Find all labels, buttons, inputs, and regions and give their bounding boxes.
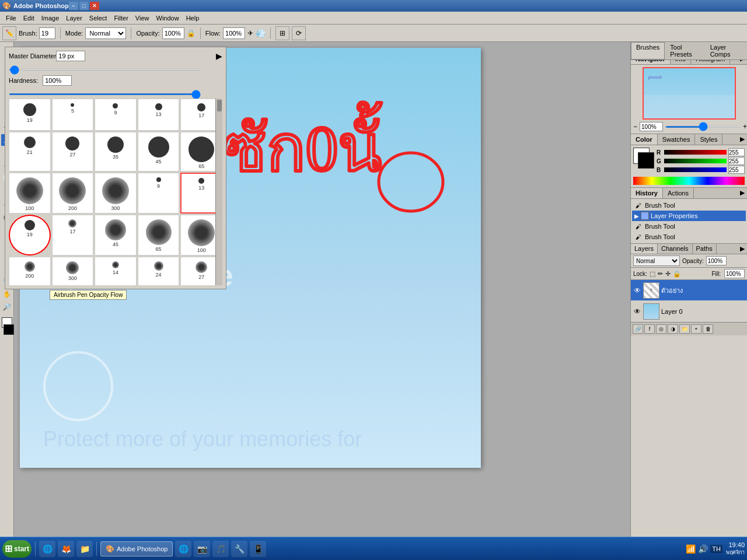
- brush-cell-18[interactable]: 65: [138, 215, 180, 256]
- opacity-input[interactable]: [162, 27, 184, 39]
- canvas-rotate-icon[interactable]: ⟳: [292, 26, 306, 40]
- color-options-arrow[interactable]: ▶: [738, 134, 747, 145]
- layer-style-btn[interactable]: f: [644, 324, 655, 334]
- brush-cell-23[interactable]: 24: [138, 257, 180, 285]
- taskbar-clock[interactable]: 19:40 พฤศจิกา: [726, 541, 745, 556]
- start-button[interactable]: ⊞ start: [2, 540, 32, 558]
- menu-file[interactable]: File: [2, 13, 20, 23]
- new-group-btn[interactable]: 📁: [679, 324, 690, 334]
- menu-edit[interactable]: Edit: [20, 13, 38, 23]
- zoom-out-icon[interactable]: −: [633, 123, 637, 131]
- tab-history[interactable]: History: [631, 188, 663, 198]
- hand-tool[interactable]: ✋: [1, 288, 13, 300]
- b-value-input[interactable]: [728, 166, 745, 174]
- r-value-input[interactable]: [728, 148, 745, 156]
- brush-cell-17[interactable]: 45: [95, 215, 137, 256]
- tab-layer-comps[interactable]: Layer Comps: [705, 42, 747, 60]
- hardness-input[interactable]: [43, 75, 72, 86]
- brush-cell-7[interactable]: 35: [95, 132, 137, 172]
- brush-scrollbar-thumb[interactable]: [217, 100, 222, 111]
- tab-color[interactable]: Color: [631, 134, 658, 145]
- lock-position-icon[interactable]: ✛: [665, 270, 671, 278]
- menu-image[interactable]: Image: [38, 13, 63, 23]
- tab-brushes[interactable]: Brushes: [631, 42, 665, 60]
- tray-network-icon[interactable]: 📶: [686, 544, 696, 554]
- taskbar-icon-4[interactable]: 🎵: [212, 541, 229, 557]
- brush-cell-11[interactable]: 200: [52, 173, 94, 214]
- taskbar-ie-icon[interactable]: 🌐: [39, 541, 55, 557]
- new-layer-btn[interactable]: +: [691, 324, 701, 334]
- taskbar-browser-icon[interactable]: 🦊: [58, 541, 74, 557]
- lock-all-icon[interactable]: 🔒: [673, 270, 681, 278]
- brush-cell-0[interactable]: 19: [9, 99, 51, 131]
- add-mask-btn[interactable]: ◎: [656, 324, 666, 334]
- brush-cell-8[interactable]: 45: [138, 132, 180, 172]
- canvas-size-icon[interactable]: ⊞: [275, 26, 289, 40]
- taskbar-folder-icon[interactable]: 📁: [76, 541, 93, 557]
- history-item-3[interactable]: 🖌 Brush Tool: [632, 221, 746, 232]
- taskbar-icon-3[interactable]: 📷: [194, 541, 210, 557]
- brush-tool-icon[interactable]: ✏️: [2, 26, 16, 40]
- background-color[interactable]: [4, 324, 14, 335]
- brush-cell-2[interactable]: 9: [95, 99, 137, 131]
- g-value-input[interactable]: [728, 157, 745, 165]
- brush-cell-15[interactable]: 19: [9, 215, 51, 256]
- zoom-tool[interactable]: 🔎: [1, 301, 13, 313]
- menu-view[interactable]: View: [132, 13, 153, 23]
- history-item-2[interactable]: ▶ Layer Properties: [632, 211, 746, 221]
- tray-volume-icon[interactable]: 🔊: [698, 544, 708, 554]
- hardness-slider[interactable]: [9, 93, 201, 95]
- fill-value-input[interactable]: [724, 269, 745, 278]
- brush-cell-5[interactable]: 21: [9, 132, 51, 172]
- menu-help[interactable]: Help: [183, 13, 203, 23]
- history-options-arrow[interactable]: ▶: [738, 188, 747, 198]
- zoom-in-icon[interactable]: +: [743, 123, 747, 131]
- minimize-button[interactable]: −: [69, 2, 78, 10]
- opacity-value-input[interactable]: [706, 256, 727, 265]
- menu-layer[interactable]: Layer: [62, 13, 86, 23]
- brush-cell-16[interactable]: 17: [52, 215, 94, 256]
- taskbar-icon-5[interactable]: 🔧: [231, 541, 247, 557]
- zoom-slider[interactable]: [665, 126, 741, 128]
- taskbar-photoshop-item[interactable]: 🎨 Adobe Photoshop: [100, 541, 173, 556]
- tab-paths[interactable]: Paths: [693, 244, 717, 254]
- close-button[interactable]: ✕: [90, 2, 99, 10]
- maximize-button[interactable]: □: [79, 2, 89, 10]
- mode-select[interactable]: Normal: [85, 27, 126, 39]
- brush-cell-1[interactable]: 5: [52, 99, 94, 131]
- lock-transparent-icon[interactable]: ⬚: [650, 270, 655, 278]
- menu-select[interactable]: Select: [86, 13, 111, 23]
- brush-cell-22[interactable]: 14: [95, 257, 137, 285]
- brush-cell-20[interactable]: 200: [9, 257, 51, 285]
- brush-cell-21[interactable]: 300: [52, 257, 94, 285]
- airbrush-icon[interactable]: 💨: [256, 29, 266, 38]
- brush-cell-6[interactable]: 27: [52, 132, 94, 172]
- opacity-lock-icon[interactable]: 🔒: [187, 29, 196, 37]
- history-item-1[interactable]: 🖌 Brush Tool: [632, 200, 746, 211]
- brush-cell-10[interactable]: 100: [9, 173, 51, 214]
- tab-actions[interactable]: Actions: [663, 188, 694, 198]
- zoom-input[interactable]: [640, 122, 663, 131]
- layer-eye-2[interactable]: 👁: [633, 307, 641, 316]
- background-swatch[interactable]: [638, 152, 654, 169]
- new-adjustment-btn[interactable]: ◑: [668, 324, 678, 334]
- layer-item-tutyang[interactable]: 👁 T ตัวอย่าง: [631, 280, 747, 301]
- tab-channels[interactable]: Channels: [658, 244, 692, 254]
- layers-options-arrow[interactable]: ▶: [738, 244, 747, 254]
- flow-input[interactable]: [223, 27, 245, 39]
- tray-lang-icon[interactable]: TH: [710, 545, 722, 553]
- brush-cell-12[interactable]: 300: [95, 173, 137, 214]
- brush-scrollbar[interactable]: [215, 99, 222, 285]
- brush-cell-13[interactable]: 9: [138, 173, 180, 214]
- layer-item-layer0[interactable]: 👁 Layer 0: [631, 301, 747, 322]
- taskbar-icon-2[interactable]: 🌐: [175, 541, 191, 557]
- master-diameter-slider[interactable]: [9, 69, 201, 71]
- blend-mode-select[interactable]: Normal: [633, 256, 680, 266]
- menu-window[interactable]: Window: [153, 13, 183, 23]
- history-item-4[interactable]: 🖌 Brush Tool: [632, 232, 746, 242]
- flow-icon[interactable]: ✈: [247, 29, 253, 37]
- taskbar-icon-6[interactable]: 📱: [250, 541, 266, 557]
- brush-cell-3[interactable]: 13: [138, 99, 180, 131]
- link-layers-btn[interactable]: 🔗: [633, 324, 643, 334]
- delete-layer-btn[interactable]: 🗑: [703, 324, 713, 334]
